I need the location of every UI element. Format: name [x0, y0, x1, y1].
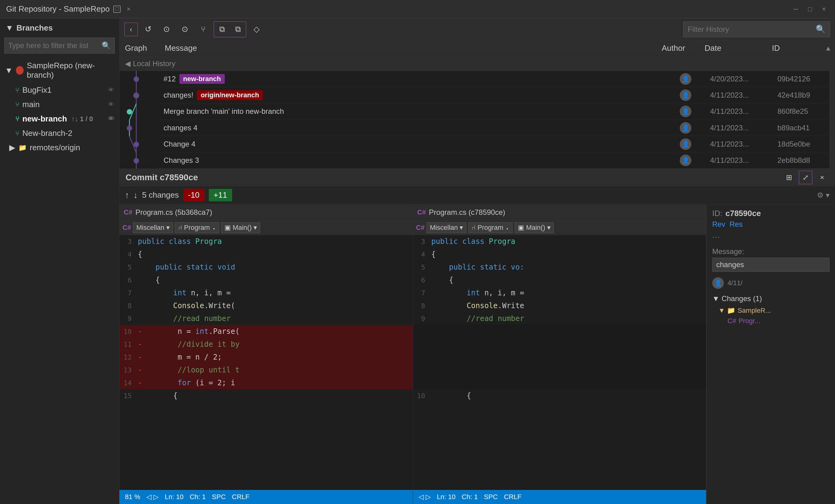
commit-detail-pane: Commit c78590ce ⊞ ⤢ × ↑ ↓ 5 changes -10 … [119, 169, 835, 504]
commit-title: Commit c78590ce [125, 173, 198, 182]
left-zoom[interactable]: 81 % [125, 493, 140, 501]
eye-icon-main: 👁 [108, 101, 114, 108]
branch-search-box[interactable]: 🔍 [4, 38, 115, 54]
history-header: Graph Message Author Date ID ▲ [119, 40, 835, 56]
remotes-item[interactable]: ▶ 📁 remotes/origin [0, 141, 119, 155]
commit-row-5[interactable]: Change 4 👤 4/11/2023... 18d5e0be [159, 136, 830, 152]
repo-item[interactable]: ▼ SampleRepo (new-branch) [0, 58, 119, 83]
code-line-r3: 3 public class Progra [413, 235, 707, 248]
down-arrow-button[interactable]: ↓ [134, 190, 138, 200]
svg-point-4 [134, 77, 139, 82]
graph-button[interactable]: ⧉ [214, 21, 230, 37]
program-dropdown-right[interactable]: ⑁ Program ▾ [468, 222, 513, 233]
main-dropdown-right[interactable]: ▣ Main() ▾ [514, 222, 554, 233]
right-file-header: C# Program.cs (c78590ce) [413, 205, 707, 220]
minimize-button[interactable]: ─ [790, 5, 801, 13]
diff-plus-badge: +11 [209, 189, 232, 201]
pull-button[interactable]: ⊙ [177, 21, 193, 37]
commit-id-6: 2eb8b8d8 [774, 156, 830, 165]
code-line: 15 { [119, 389, 413, 402]
fetch-button[interactable]: ⊙ [159, 21, 175, 37]
code-line-r7: 7 int n, i, m = [413, 287, 707, 299]
commit-date-4: 4/11/2023... [707, 124, 774, 132]
branch-item-new-branch2[interactable]: ⑂ New-branch-2 [0, 126, 119, 141]
changes-label: Changes (1) [721, 294, 762, 303]
branch-item-new-branch[interactable]: ⑂ new-branch ↑↓ 1 / 0 👁 [0, 112, 119, 126]
layout-icon-button[interactable]: ⊞ [782, 171, 796, 184]
branch-icon-main: ⑂ [15, 101, 19, 109]
main-layout: ▼ Branches 🔍 ▼ SampleRepo (new-branch) ⑂… [0, 18, 835, 504]
commit-date-6: 4/11/2023... [707, 156, 774, 165]
commit-id-5: 18d5e0be [774, 140, 830, 148]
commit-row-4[interactable]: changes 4 👤 4/11/2023... b89acb41 [159, 120, 830, 136]
branch-name-new2: New-branch-2 [22, 128, 72, 138]
cs-icon-left: C# [124, 208, 132, 216]
close-app-button[interactable]: × [819, 5, 829, 13]
changes-tree-file[interactable]: C# Progr... [712, 316, 830, 326]
split-button[interactable]: ⧉ [230, 21, 246, 37]
commit-date-1: 4/20/2023... [707, 75, 774, 83]
left-ln: Ln: 10 [165, 493, 183, 501]
code-line-gray2 [413, 338, 707, 351]
more-button[interactable]: … [712, 230, 720, 239]
miscellan-dropdown-left[interactable]: Miscellan ▾ [133, 222, 173, 233]
diff-right-pane: C# Program.cs (c78590ce) C# Miscellan ▾ … [413, 205, 707, 504]
branch-search-input[interactable] [8, 41, 102, 50]
id-value: c78590ce [726, 209, 761, 218]
commit-id-3: 860f8e25 [774, 107, 830, 116]
commit-detail-header: Commit c78590ce ⊞ ⤢ × [119, 169, 835, 186]
branch-item-main[interactable]: ⑂ main 👁 [0, 97, 119, 112]
branch-button[interactable]: ⑂ [195, 21, 211, 37]
up-arrow-button[interactable]: ↑ [125, 190, 129, 200]
maximize-button[interactable]: □ [805, 5, 815, 13]
close-detail-button[interactable]: × [815, 171, 829, 184]
code-line-r5: 5 public static vo: [413, 261, 707, 274]
diff-minus-badge: -10 [183, 189, 205, 201]
commit-row-3[interactable]: Merge branch 'main' into new-branch 👤 4/… [159, 103, 830, 120]
right-panel-id: ID: c78590ce [712, 209, 830, 218]
code-line-gray3 [413, 351, 707, 363]
main-dropdown-left[interactable]: ▣ Main() ▾ [221, 222, 261, 233]
branch-item-bugfix1[interactable]: ⑂ BugFix1 👁 [0, 83, 119, 97]
scroll-down-button[interactable]: ▼ [830, 71, 835, 84]
revert-link[interactable]: Rev [712, 220, 726, 229]
commit-msg-6: Changes 3 [163, 156, 199, 165]
commit-row-2[interactable]: changes! origin/new-branch 👤 4/11/2023..… [159, 87, 830, 103]
filter-search-icon: 🔍 [816, 24, 826, 34]
back-button[interactable]: ‹ [124, 23, 138, 36]
miscellan-dropdown-right[interactable]: Miscellan ▾ [427, 222, 467, 233]
changes-chevron: ▼ [712, 294, 721, 303]
reset-link[interactable]: Res [730, 220, 743, 229]
settings-button[interactable]: ⚙ ▾ [817, 191, 830, 200]
changes-tree-repo[interactable]: ▼ 📁 SampleR... [718, 306, 830, 316]
local-history-row[interactable]: ◀ Local History [119, 56, 835, 71]
cs-nav-left: C# [122, 224, 131, 232]
refresh-button[interactable]: ↺ [140, 21, 156, 37]
right-content: ‹ ↺ ⊙ ⊙ ⑂ ⧉ ⧉ ◇ 🔍 Graph Message Author D… [119, 18, 835, 504]
left-arrows[interactable]: ◁ ▷ [146, 493, 159, 501]
right-meta-panel: ID: c78590ce Rev Res … Message: [707, 205, 835, 504]
right-arrows-left[interactable]: ◁ ▷ [419, 493, 431, 501]
commit-row-1[interactable]: #12 new-branch 👤 4/20/2023... 09b42126 [159, 71, 830, 87]
branch-name-bugfix1: BugFix1 [22, 85, 52, 95]
left-file-name: Program.cs (5b368ca7) [135, 208, 212, 217]
left-file-header: C# Program.cs (5b368ca7) [119, 205, 413, 220]
code-line-r6: 6 { [413, 274, 707, 287]
history-scroll-up[interactable]: ▲ [821, 42, 835, 55]
code-line-removed-10: 10 - n = int.Parse( [119, 325, 413, 338]
tag-button[interactable]: ◇ [249, 21, 265, 37]
svg-point-5 [134, 93, 139, 98]
branch-name-new: new-branch [22, 114, 67, 124]
filter-history-box[interactable]: 🔍 [683, 21, 830, 37]
expand-button[interactable]: ⤢ [799, 171, 812, 184]
title-text: Git Repository - SampleRepo [6, 4, 109, 14]
eye-icon-new: 👁 [108, 115, 114, 122]
close-window-button[interactable]: × [124, 5, 133, 14]
pin-button[interactable]: □ [113, 5, 121, 13]
active-toolbar-group: ⧉ ⧉ [214, 21, 246, 37]
code-area-right: 3 public class Progra 4 { 5 public stati… [413, 235, 707, 490]
commit-row-6[interactable]: Changes 3 👤 4/11/2023... 2eb8b8d8 [159, 152, 830, 169]
filter-history-input[interactable] [688, 25, 816, 34]
commit-msg-3: Merge branch 'main' into new-branch [163, 107, 284, 116]
program-dropdown-left[interactable]: ⑁ Program ▾ [175, 222, 219, 233]
